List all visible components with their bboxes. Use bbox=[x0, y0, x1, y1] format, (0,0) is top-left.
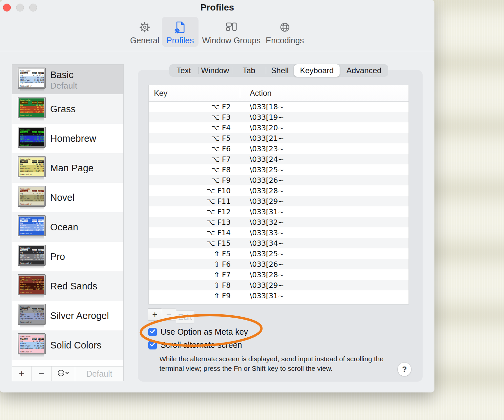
use-option-as-meta-key-row: Use Option as Meta key bbox=[148, 327, 248, 337]
action-cell: \033[23~ bbox=[240, 145, 284, 153]
scroll-alternate-screen-checkbox[interactable] bbox=[148, 341, 157, 349]
keybinding-row[interactable]: ⇧ F7\033[28~ bbox=[149, 269, 409, 280]
alternate-screen-help-text: While the alternate screen is displayed,… bbox=[159, 354, 384, 373]
profile-item-silver-aerogel[interactable]: Terminal#COMMAND%CPURPRVTtop4.1%231KXcod… bbox=[12, 301, 123, 330]
terminal-preferences-window: Profiles bbox=[0, 0, 434, 392]
profile-thumbnail: Terminal#COMMAND%CPURPRVTtop4.1%231KXcod… bbox=[18, 333, 46, 354]
key-bindings-table: Key Action ⌥ F2\033[18~⌥ F3\033[19~⌥ F4\… bbox=[148, 85, 409, 304]
action-cell: \033[18~ bbox=[240, 103, 284, 111]
add-profile-button[interactable]: + bbox=[12, 367, 32, 381]
keybinding-row[interactable]: ⌥ F10\033[28~ bbox=[149, 185, 409, 196]
action-cell: \033[25~ bbox=[240, 250, 284, 258]
keybinding-row[interactable]: ⌥ F13\033[32~ bbox=[149, 217, 409, 227]
profile-thumbnail: Terminal#COMMAND%CPURPRVTtop4.1%231KXcod… bbox=[18, 127, 46, 148]
keybinding-row[interactable]: ⌥ F15\033[34~ bbox=[149, 238, 409, 248]
key-cell: ⇧ F7 bbox=[149, 271, 240, 279]
table-header: Key Action bbox=[149, 85, 409, 102]
toolbar-item-general[interactable]: General bbox=[128, 17, 162, 47]
keybinding-row[interactable]: ⇧ F5\033[25~ bbox=[149, 248, 409, 259]
profile-tabs: TextWindowTabShellKeyboardAdvanced bbox=[169, 64, 388, 77]
keybinding-row[interactable]: ⌥ F5\033[21~ bbox=[149, 133, 409, 143]
keybinding-row[interactable]: ⌥ F11\033[29~ bbox=[149, 196, 409, 206]
keybinding-row[interactable]: ⌥ F8\033[25~ bbox=[149, 164, 409, 175]
keybinding-row[interactable]: ⌥ F3\033[19~ bbox=[149, 112, 409, 122]
tab-window[interactable]: Window bbox=[198, 64, 232, 77]
profile-item-homebrew[interactable]: Terminal#COMMAND%CPURPRVTtop4.1%231KXcod… bbox=[12, 124, 123, 153]
help-button[interactable]: ? bbox=[398, 363, 411, 376]
add-key-binding-button[interactable]: + bbox=[148, 308, 162, 321]
keybinding-row[interactable]: ⌥ F12\033[31~ bbox=[149, 206, 409, 217]
key-cell: ⌥ F10 bbox=[149, 187, 240, 195]
profile-thumbnail: Terminal#COMMAND%CPURPRVTtop4.1%231KXcod… bbox=[18, 245, 46, 266]
use-option-as-meta-key-checkbox[interactable] bbox=[148, 328, 157, 336]
profile-item-man-page[interactable]: Terminal#COMMAND%CPURPRVTtop4.1%231KXcod… bbox=[12, 153, 123, 183]
edit-key-binding-button[interactable]: Edit bbox=[176, 310, 194, 324]
profile-thumbnail: Terminal#COMMAND%CPURPRVTtop4.1%231KXcod… bbox=[18, 274, 46, 295]
key-cell: ⌥ F9 bbox=[149, 176, 240, 184]
keybinding-row[interactable]: ⌥ F2\033[18~ bbox=[149, 101, 409, 112]
profile-item-pro[interactable]: Terminal#COMMAND%CPURPRVTtop4.1%231KXcod… bbox=[12, 242, 123, 271]
keybinding-row[interactable]: ⌥ F6\033[23~ bbox=[149, 143, 409, 154]
key-cell: ⌥ F7 bbox=[149, 155, 240, 163]
key-cell: ⌥ F15 bbox=[149, 239, 240, 247]
keybinding-row[interactable]: ⇧ F6\033[26~ bbox=[149, 259, 409, 269]
tab-tab[interactable]: Tab bbox=[232, 64, 266, 77]
use-option-as-meta-key-label: Use Option as Meta key bbox=[160, 327, 248, 337]
action-cell: \033[33~ bbox=[240, 229, 284, 237]
more-options-button[interactable] bbox=[52, 367, 75, 381]
column-header-key: Key bbox=[149, 89, 240, 98]
tab-text[interactable]: Text bbox=[169, 64, 198, 77]
profile-name: Ocean bbox=[50, 222, 78, 233]
key-cell: ⌥ F11 bbox=[149, 197, 240, 205]
action-cell: \033[26~ bbox=[240, 260, 284, 268]
keybinding-row[interactable]: ⌥ F4\033[20~ bbox=[149, 122, 409, 133]
keybinding-row[interactable]: ⌥ F9\033[26~ bbox=[149, 175, 409, 185]
key-cell: ⇧ F9 bbox=[149, 292, 240, 300]
action-cell: \033[29~ bbox=[240, 197, 284, 205]
profile-document-icon bbox=[173, 19, 188, 36]
profile-item-basic[interactable]: Terminal#COMMAND%CPURPRVTtop4.1%231KXcod… bbox=[12, 65, 123, 94]
profile-list-footer: + − Default bbox=[12, 366, 123, 381]
keybinding-row[interactable]: ⌥ F14\033[33~ bbox=[149, 227, 409, 238]
preferences-toolbar: General bbox=[0, 16, 434, 51]
profile-thumbnail: Terminal#COMMAND%CPURPRVTtop4.1%231KXcod… bbox=[18, 156, 46, 177]
keybinding-row[interactable]: ⇧ F9\033[31~ bbox=[149, 290, 409, 301]
profile-name: Solid Colors bbox=[50, 340, 101, 351]
profile-item-red-sands[interactable]: Terminal#COMMAND%CPURPRVTtop4.1%231KXcod… bbox=[12, 271, 123, 301]
profile-item-solid-colors[interactable]: Terminal#COMMAND%CPURPRVTtop4.1%231KXcod… bbox=[12, 330, 123, 360]
profile-thumbnail: Terminal#COMMAND%CPURPRVTtop4.1%231KXcod… bbox=[18, 215, 46, 236]
profile-thumbnail: Terminal#COMMAND%CPURPRVTtop4.1%231KXcod… bbox=[18, 304, 46, 325]
desktop: Profiles bbox=[0, 0, 504, 420]
toolbar-label-window-groups: Window Groups bbox=[202, 36, 261, 45]
set-default-button[interactable]: Default bbox=[75, 367, 123, 381]
toolbar-item-encodings[interactable]: Encodings bbox=[264, 17, 305, 47]
window-title: Profiles bbox=[0, 2, 434, 13]
keybinding-row[interactable]: ⇧ F8\033[29~ bbox=[149, 280, 409, 290]
profile-item-grass[interactable]: Terminal#COMMAND%CPURPRVTtop4.1%231KXcod… bbox=[12, 94, 123, 124]
action-cell: \033[31~ bbox=[240, 292, 284, 300]
toolbar-item-profiles[interactable]: Profiles bbox=[162, 17, 199, 47]
remove-profile-button[interactable]: − bbox=[32, 367, 52, 381]
profile-name: Red Sands bbox=[50, 281, 97, 292]
toolbar-label-encodings: Encodings bbox=[266, 36, 304, 45]
profile-thumbnail: Terminal#COMMAND%CPURPRVTtop4.1%231KXcod… bbox=[18, 97, 46, 118]
profile-list-panel: Terminal#COMMAND%CPURPRVTtop4.1%231KXcod… bbox=[12, 64, 124, 381]
window-groups-icon bbox=[224, 19, 239, 36]
ellipsis-circle-chevron-icon bbox=[57, 369, 70, 378]
toolbar-item-window-groups[interactable]: Window Groups bbox=[199, 17, 264, 47]
profile-item-novel[interactable]: Terminal#COMMAND%CPURPRVTtop4.1%231KXcod… bbox=[12, 183, 123, 212]
key-cell: ⌥ F4 bbox=[149, 124, 240, 132]
keybinding-row[interactable]: ⌥ F7\033[24~ bbox=[149, 154, 409, 164]
profile-name: Pro bbox=[50, 251, 65, 262]
tab-shell[interactable]: Shell bbox=[266, 64, 294, 77]
profile-item-ocean[interactable]: Terminal#COMMAND%CPURPRVTtop4.1%231KXcod… bbox=[12, 212, 123, 242]
key-cell: ⇧ F5 bbox=[149, 250, 240, 258]
action-cell: \033[28~ bbox=[240, 187, 284, 195]
tab-keyboard[interactable]: Keyboard bbox=[294, 64, 340, 77]
tab-advanced[interactable]: Advanced bbox=[340, 64, 388, 77]
action-cell: \033[29~ bbox=[240, 281, 284, 289]
key-cell: ⌥ F3 bbox=[149, 113, 240, 121]
scroll-alternate-screen-label: Scroll alternate screen bbox=[160, 340, 242, 350]
remove-key-binding-button[interactable]: − bbox=[162, 308, 176, 321]
toolbar-label-general: General bbox=[130, 36, 159, 45]
